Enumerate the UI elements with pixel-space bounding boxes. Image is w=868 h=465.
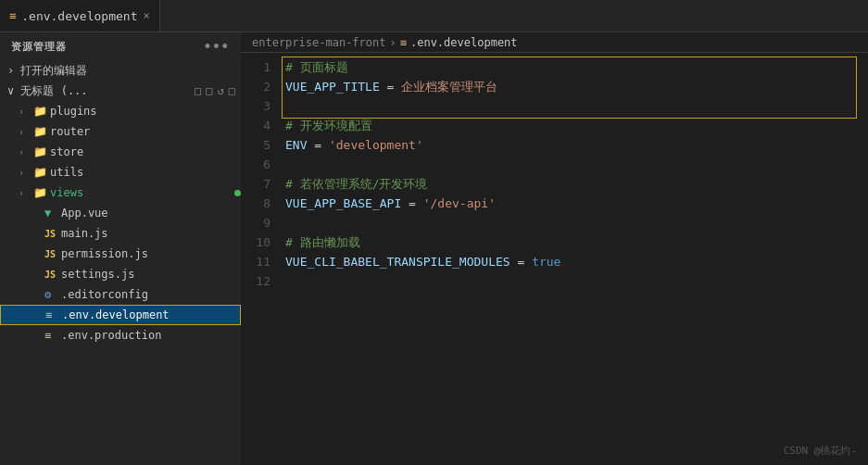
folder-icon: 📁 [33, 186, 46, 199]
spacer: › [30, 208, 41, 219]
breadcrumb-project: enterprise-man-front [252, 36, 386, 49]
key-text: VUE_CLI_BABEL_TRANSPILE_MODULES [285, 253, 510, 272]
sidebar-item-app-vue[interactable]: › ▼ App.vue [0, 203, 241, 223]
modified-indicator [234, 190, 241, 196]
sidebar-item-label: .editorconfig [61, 288, 241, 301]
sidebar-item-utils[interactable]: › 📁 utils [0, 162, 241, 182]
file-tree: › 打开的编辑器 ∨ 无标题 (... □ □ ↺ □ › 📁 plugins [0, 60, 241, 346]
sidebar-item-label: App.vue [61, 207, 241, 220]
eq-text: = [510, 253, 532, 272]
spacer: › [30, 229, 41, 239]
vue-file-icon: ▼ [44, 207, 57, 220]
key-text: VUE_APP_BASE_API [285, 195, 401, 214]
code-line-9 [285, 214, 868, 233]
spacer: › [30, 270, 41, 280]
tab-close-icon[interactable]: × [143, 9, 149, 22]
string-text: 'development' [329, 136, 423, 156]
sidebar-item-settings-js[interactable]: › JS settings.js [0, 264, 241, 284]
value-text: 企业档案管理平台 [401, 78, 497, 97]
sidebar-item-label: main.js [61, 227, 241, 240]
open-editors-label: › 打开的编辑器 [7, 63, 241, 79]
watermark: CSDN @桃花灼- [784, 444, 857, 458]
comment-text: # 若依管理系统/开发环境 [285, 175, 427, 195]
active-tab[interactable]: ≡ .env.development × [0, 0, 160, 31]
code-line-12 [285, 272, 868, 292]
code-line-10: # 路由懒加载 [285, 233, 868, 253]
sidebar-item-label: router [50, 125, 241, 138]
comment-text: # 开发环境配置 [285, 117, 372, 136]
sidebar-item-permission-js[interactable]: › JS permission.js [0, 244, 241, 264]
code-line-2: VUE_APP_TITLE = 企业档案管理平台 [285, 78, 868, 97]
new-folder-icon[interactable]: □ [206, 84, 212, 97]
sidebar-item-plugins[interactable]: › 📁 plugins [0, 101, 241, 121]
main-layout: 资源管理器 ••• › 打开的编辑器 ∨ 无标题 (... □ □ ↺ □ [0, 32, 868, 465]
sidebar-item-env-production[interactable]: › ≡ .env.production [0, 325, 241, 346]
sidebar-item-views[interactable]: › 📁 views [0, 182, 241, 203]
sidebar-item-label: settings.js [61, 268, 241, 281]
breadcrumb: enterprise-man-front › ≡ .env.developmen… [241, 32, 868, 53]
collapse-icon[interactable]: □ [229, 84, 235, 97]
comment-text: # 页面标题 [285, 58, 348, 78]
spacer: › [31, 310, 42, 320]
string-text: '/dev-api' [423, 195, 496, 214]
sidebar-item-store[interactable]: › 📁 store [0, 142, 241, 162]
code-line-1: # 页面标题 [285, 58, 868, 78]
code-line-11: VUE_CLI_BABEL_TRANSPILE_MODULES = true [285, 253, 868, 272]
refresh-icon[interactable]: ↺ [218, 84, 224, 97]
code-content: # 页面标题 VUE_APP_TITLE = 企业档案管理平台 # 开发环境配置… [278, 53, 868, 465]
key-text: VUE_APP_TITLE [285, 78, 380, 97]
sidebar-header: 资源管理器 ••• [0, 32, 241, 60]
breadcrumb-sep: › [390, 36, 396, 49]
new-file-icon[interactable]: □ [195, 84, 201, 97]
env-file-icon: ≡ [9, 9, 16, 22]
env-file-icon: ≡ [44, 329, 57, 342]
eq-text: = [401, 195, 422, 214]
chevron-right-icon: › [19, 127, 30, 137]
untitled-label: ∨ 无标题 (... [7, 83, 191, 99]
sidebar-item-editorconfig[interactable]: › ⚙ .editorconfig [0, 284, 241, 305]
code-line-3 [285, 97, 868, 117]
sidebar-item-env-development[interactable]: › ≡ .env.development [0, 305, 241, 325]
folder-icon: 📁 [33, 166, 46, 179]
more-icon[interactable]: ••• [204, 39, 230, 54]
chevron-right-icon: › [19, 188, 30, 198]
gear-file-icon: ⚙ [44, 288, 57, 301]
comment-text: # 路由懒加载 [285, 233, 360, 253]
chevron-right-icon: › [19, 107, 30, 117]
code-editor[interactable]: 1 2 3 4 5 6 7 8 9 10 11 12 # 页 [241, 53, 868, 465]
chevron-right-icon: › [19, 168, 30, 178]
sidebar-item-label: .env.production [61, 329, 241, 342]
untitled-section[interactable]: ∨ 无标题 (... □ □ ↺ □ [0, 81, 241, 101]
code-line-4: # 开发环境配置 [285, 117, 868, 136]
sidebar-title: 资源管理器 [11, 40, 67, 54]
breadcrumb-file: .env.development [410, 36, 518, 49]
sidebar-item-router[interactable]: › 📁 router [0, 121, 241, 142]
env-file-icon: ≡ [45, 308, 58, 321]
sidebar-item-label: utils [50, 166, 241, 179]
sidebar-item-label: store [50, 145, 241, 158]
sidebar-item-label: views [50, 186, 227, 199]
open-editors-section[interactable]: › 打开的编辑器 [0, 60, 241, 81]
sidebar-header-icons: ••• [204, 39, 230, 54]
js-file-icon: JS [44, 270, 57, 280]
key-text: ENV [285, 136, 307, 156]
spacer: › [30, 290, 41, 300]
bool-text: true [532, 253, 560, 272]
code-line-6 [285, 156, 868, 175]
title-bar: ≡ .env.development × [0, 0, 868, 32]
folder-icon: 📁 [33, 145, 46, 158]
sidebar: 资源管理器 ••• › 打开的编辑器 ∨ 无标题 (... □ □ ↺ □ [0, 32, 241, 465]
folder-icon: 📁 [33, 125, 46, 138]
chevron-right-icon: › [19, 147, 30, 157]
sidebar-item-label: .env.development [62, 308, 240, 321]
breadcrumb-file-icon: ≡ [400, 36, 407, 49]
sidebar-item-main-js[interactable]: › JS main.js [0, 223, 241, 244]
spacer: › [30, 331, 41, 341]
editor-pane: enterprise-man-front › ≡ .env.developmen… [241, 32, 868, 465]
eq-text: = [380, 78, 401, 97]
folder-icon: 📁 [33, 105, 46, 118]
js-file-icon: JS [44, 249, 57, 259]
code-line-7: # 若依管理系统/开发环境 [285, 175, 868, 195]
line-numbers: 1 2 3 4 5 6 7 8 9 10 11 12 [241, 53, 278, 465]
spacer: › [30, 249, 41, 259]
